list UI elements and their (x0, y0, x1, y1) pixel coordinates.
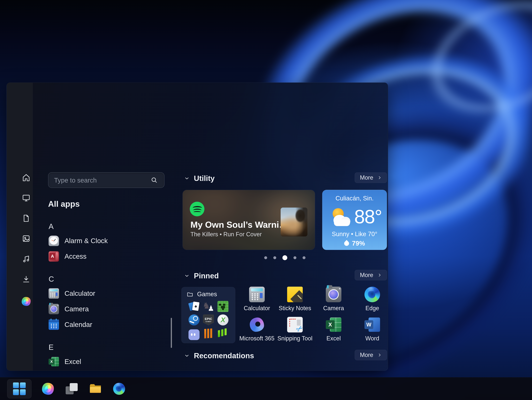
copilot-icon[interactable] (21, 296, 32, 307)
alarm-clock-icon (49, 236, 59, 246)
taskbar-edge-button[interactable] (112, 379, 127, 398)
start-menu: All apps A Alarm & Clock A Access C Calc… (6, 82, 388, 371)
camera-icon (49, 304, 59, 314)
app-item-excel[interactable]: X Excel (49, 356, 162, 367)
calculator-icon (249, 287, 265, 302)
downloads-icon[interactable] (22, 275, 30, 284)
utility-more-button[interactable]: More (355, 172, 387, 183)
weather-location: Culiacán, Sin. (322, 195, 387, 202)
app-item-access[interactable]: A Access (49, 251, 162, 262)
letter-header: E (49, 343, 54, 352)
utility-header[interactable]: Utility (184, 174, 215, 183)
copilot-icon (41, 382, 55, 396)
spotify-media-card[interactable]: My Own Soul’s Warni… The Killers • Run F… (183, 190, 315, 250)
carousel-dot[interactable] (293, 256, 296, 259)
chevron-right-icon (377, 273, 382, 277)
file-explorer-icon (89, 383, 101, 395)
excel-icon: X (326, 317, 341, 332)
games-folder-tile[interactable]: Games EPICGAMES (181, 287, 235, 343)
all-apps-title: All apps (48, 199, 80, 209)
snipping-tool-icon (287, 317, 303, 332)
documents-icon[interactable] (22, 214, 30, 223)
pinned-edge[interactable]: Edge (355, 287, 388, 312)
minecraft-icon[interactable] (217, 301, 228, 312)
taskbar (0, 377, 532, 400)
pinned-microsoft-365[interactable]: Microsoft 365 (239, 317, 275, 342)
pinned-word[interactable]: W Word (355, 317, 388, 342)
solitaire-icon[interactable] (189, 301, 200, 312)
word-icon: W (364, 317, 380, 332)
spotify-icon (190, 202, 204, 216)
recommendations-more-button[interactable]: More (355, 350, 387, 360)
windows-logo-icon (13, 382, 26, 395)
carousel-dot-active[interactable] (282, 255, 287, 260)
music-icon[interactable] (22, 255, 30, 263)
excel-icon: X (49, 356, 59, 367)
access-icon: A (49, 251, 59, 262)
pinned-camera[interactable]: Camera (316, 287, 351, 312)
letter-header: C (49, 275, 54, 283)
recommendation-item[interactable]: X Reports July C:\Users\MyPC\Downloads 1… (183, 370, 387, 371)
pinned-excel[interactable]: X Excel (316, 317, 351, 342)
weather-condition: Sunny • Like 70° (322, 231, 387, 238)
sun-cloud-icon (332, 208, 353, 228)
carousel-dot[interactable] (273, 256, 276, 259)
taskbar-file-explorer-button[interactable] (88, 379, 103, 398)
epic-games-icon[interactable]: EPICGAMES (203, 314, 214, 325)
pinned-more-button[interactable]: More (355, 270, 387, 280)
app-item-camera[interactable]: Camera (49, 304, 162, 314)
start-button[interactable] (7, 379, 32, 398)
chevron-down-icon (184, 175, 190, 181)
apps-scrollbar[interactable] (171, 318, 172, 348)
pinned-calculator[interactable]: Calculator (239, 287, 275, 312)
weather-humidity: 79% (322, 240, 387, 247)
chevron-down-icon (184, 353, 190, 358)
home-icon[interactable] (22, 174, 30, 182)
games-folder-label: Games (197, 291, 217, 298)
chevron-right-icon (377, 175, 382, 180)
xbox-icon[interactable] (217, 314, 228, 325)
task-view-icon (66, 383, 78, 395)
calculator-icon (49, 288, 59, 299)
display-icon[interactable] (22, 194, 30, 202)
pinned-sticky-notes[interactable]: Sticky Notes (277, 287, 313, 312)
letter-header: A (49, 222, 54, 231)
chevron-down-icon (184, 273, 190, 279)
pictures-icon[interactable] (22, 234, 30, 243)
camera-icon (326, 287, 341, 302)
chevron-right-icon (377, 353, 382, 357)
weather-temperature: 88° (354, 206, 382, 228)
nav-rail (7, 83, 33, 371)
app-item-calculator[interactable]: Calculator (49, 288, 162, 299)
carousel-dot[interactable] (303, 256, 305, 259)
discord-icon[interactable] (189, 329, 200, 340)
app-item-alarm-clock[interactable]: Alarm & Clock (49, 236, 162, 246)
edge-icon (364, 287, 380, 302)
chess-icon[interactable] (203, 301, 214, 312)
album-art (281, 207, 307, 237)
task-view-button[interactable] (64, 379, 79, 398)
steam-icon[interactable] (189, 314, 200, 325)
media-subtitle: The Killers • Run For Cover (190, 231, 262, 238)
game-bars-icon[interactable] (217, 327, 228, 340)
pinned-snipping-tool[interactable]: Snipping Tool (277, 317, 313, 342)
app-item-calendar[interactable]: Calendar (49, 319, 162, 330)
taskbar-copilot-button[interactable] (41, 379, 55, 398)
search-icon (151, 176, 158, 184)
pinned-header[interactable]: Pinned (184, 271, 219, 280)
edge-icon (113, 383, 125, 395)
water-drop-icon (343, 240, 350, 247)
media-title: My Own Soul’s Warni… (190, 219, 288, 230)
desktop: All apps A Alarm & Clock A Access C Calc… (0, 0, 532, 400)
microsoft-365-icon (249, 317, 265, 332)
search-input[interactable] (54, 175, 141, 186)
black-ops-iii-icon[interactable] (203, 327, 214, 339)
carousel-dot[interactable] (264, 256, 267, 259)
recommendations-header[interactable]: Recomendations (184, 351, 254, 360)
sticky-notes-icon (287, 287, 303, 302)
folder-outline-icon (187, 291, 193, 298)
weather-card[interactable]: Culiacán, Sin. 88° Sunny • Like 70° 79% (322, 190, 387, 250)
calendar-icon (49, 319, 59, 330)
carousel-dots (264, 255, 306, 261)
